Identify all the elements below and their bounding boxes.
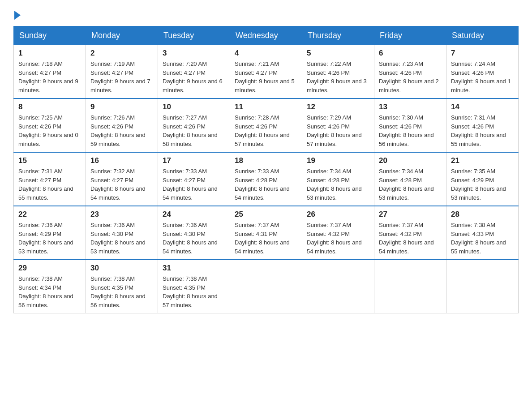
day-info: Sunrise: 7:36 AM Sunset: 4:30 PM Dayligh…	[163, 221, 225, 256]
day-info: Sunrise: 7:29 AM Sunset: 4:26 PM Dayligh…	[307, 113, 369, 148]
calendar-cell	[446, 260, 519, 313]
day-number: 6	[379, 49, 442, 58]
day-info: Sunrise: 7:37 AM Sunset: 4:32 PM Dayligh…	[379, 221, 442, 256]
calendar-cell: 13 Sunrise: 7:30 AM Sunset: 4:26 PM Dayl…	[374, 98, 446, 152]
calendar-cell: 21 Sunrise: 7:35 AM Sunset: 4:29 PM Dayl…	[446, 152, 519, 206]
day-info: Sunrise: 7:21 AM Sunset: 4:27 PM Dayligh…	[235, 60, 297, 94]
day-info: Sunrise: 7:31 AM Sunset: 4:27 PM Dayligh…	[18, 167, 81, 202]
calendar-cell: 6 Sunrise: 7:23 AM Sunset: 4:26 PM Dayli…	[374, 45, 446, 99]
calendar-cell: 9 Sunrise: 7:26 AM Sunset: 4:26 PM Dayli…	[86, 98, 158, 152]
day-number: 9	[90, 103, 153, 111]
day-number: 30	[90, 264, 153, 273]
day-number: 5	[307, 49, 369, 58]
calendar-cell	[374, 260, 446, 313]
column-header-friday: Friday	[374, 26, 446, 45]
day-number: 7	[451, 49, 514, 58]
day-info: Sunrise: 7:32 AM Sunset: 4:27 PM Dayligh…	[90, 167, 153, 202]
day-number: 26	[307, 210, 369, 219]
day-number: 31	[163, 264, 225, 273]
calendar-cell: 16 Sunrise: 7:32 AM Sunset: 4:27 PM Dayl…	[86, 152, 158, 206]
calendar-cell: 20 Sunrise: 7:34 AM Sunset: 4:28 PM Dayl…	[374, 152, 446, 206]
day-info: Sunrise: 7:27 AM Sunset: 4:26 PM Dayligh…	[163, 113, 225, 148]
day-number: 4	[235, 49, 297, 58]
day-info: Sunrise: 7:38 AM Sunset: 4:33 PM Dayligh…	[451, 221, 514, 256]
calendar-cell: 5 Sunrise: 7:22 AM Sunset: 4:26 PM Dayli…	[302, 45, 374, 99]
day-number: 19	[307, 156, 369, 165]
calendar-week-4: 22 Sunrise: 7:36 AM Sunset: 4:29 PM Dayl…	[14, 206, 519, 260]
day-number: 11	[235, 103, 297, 111]
day-info: Sunrise: 7:36 AM Sunset: 4:29 PM Dayligh…	[18, 221, 81, 256]
day-info: Sunrise: 7:20 AM Sunset: 4:27 PM Dayligh…	[163, 60, 225, 94]
day-number: 2	[90, 49, 153, 58]
calendar-cell: 3 Sunrise: 7:20 AM Sunset: 4:27 PM Dayli…	[158, 45, 230, 99]
calendar-cell: 22 Sunrise: 7:36 AM Sunset: 4:29 PM Dayl…	[14, 206, 86, 260]
calendar-cell: 12 Sunrise: 7:29 AM Sunset: 4:26 PM Dayl…	[302, 98, 374, 152]
day-number: 21	[451, 156, 514, 165]
calendar-cell	[302, 260, 374, 313]
column-header-sunday: Sunday	[14, 26, 86, 45]
day-info: Sunrise: 7:35 AM Sunset: 4:29 PM Dayligh…	[451, 167, 514, 202]
calendar-cell: 26 Sunrise: 7:37 AM Sunset: 4:32 PM Dayl…	[302, 206, 374, 260]
column-header-wednesday: Wednesday	[230, 26, 302, 45]
day-info: Sunrise: 7:38 AM Sunset: 4:35 PM Dayligh…	[163, 274, 225, 309]
day-info: Sunrise: 7:33 AM Sunset: 4:28 PM Dayligh…	[235, 167, 297, 202]
day-number: 8	[18, 103, 81, 111]
day-info: Sunrise: 7:37 AM Sunset: 4:31 PM Dayligh…	[235, 221, 297, 256]
day-info: Sunrise: 7:34 AM Sunset: 4:28 PM Dayligh…	[379, 167, 442, 202]
calendar-table: SundayMondayTuesdayWednesdayThursdayFrid…	[13, 26, 519, 313]
day-info: Sunrise: 7:19 AM Sunset: 4:27 PM Dayligh…	[90, 60, 153, 94]
day-number: 10	[163, 103, 225, 111]
day-info: Sunrise: 7:31 AM Sunset: 4:26 PM Dayligh…	[451, 113, 514, 148]
calendar-week-3: 15 Sunrise: 7:31 AM Sunset: 4:27 PM Dayl…	[14, 152, 519, 206]
column-header-saturday: Saturday	[446, 26, 519, 45]
calendar-header-row: SundayMondayTuesdayWednesdayThursdayFrid…	[14, 26, 519, 45]
calendar-cell: 28 Sunrise: 7:38 AM Sunset: 4:33 PM Dayl…	[446, 206, 519, 260]
day-info: Sunrise: 7:25 AMSunset: 4:26 PMDaylight:…	[18, 113, 81, 148]
day-info: Sunrise: 7:33 AM Sunset: 4:27 PM Dayligh…	[163, 167, 225, 202]
day-number: 18	[235, 156, 297, 165]
calendar-week-5: 29 Sunrise: 7:38 AM Sunset: 4:34 PM Dayl…	[14, 260, 519, 313]
day-info: Sunrise: 7:23 AM Sunset: 4:26 PM Dayligh…	[379, 60, 442, 94]
day-info: Sunrise: 7:37 AM Sunset: 4:32 PM Dayligh…	[307, 221, 369, 256]
day-number: 15	[18, 156, 81, 165]
day-number: 25	[235, 210, 297, 219]
day-number: 16	[90, 156, 153, 165]
calendar-cell: 24 Sunrise: 7:36 AM Sunset: 4:30 PM Dayl…	[158, 206, 230, 260]
calendar-cell: 25 Sunrise: 7:37 AM Sunset: 4:31 PM Dayl…	[230, 206, 302, 260]
calendar-cell: 10 Sunrise: 7:27 AM Sunset: 4:26 PM Dayl…	[158, 98, 230, 152]
day-number: 3	[163, 49, 225, 58]
day-number: 22	[18, 210, 81, 219]
day-number: 12	[307, 103, 369, 111]
column-header-monday: Monday	[86, 26, 158, 45]
day-info: Sunrise: 7:38 AM Sunset: 4:35 PM Dayligh…	[90, 274, 153, 309]
calendar-cell: 2 Sunrise: 7:19 AM Sunset: 4:27 PM Dayli…	[86, 45, 158, 99]
day-number: 29	[18, 264, 81, 273]
calendar-cell: 18 Sunrise: 7:33 AM Sunset: 4:28 PM Dayl…	[230, 152, 302, 206]
day-info: Sunrise: 7:22 AM Sunset: 4:26 PM Dayligh…	[307, 60, 369, 94]
calendar-cell: 23 Sunrise: 7:36 AM Sunset: 4:30 PM Dayl…	[86, 206, 158, 260]
day-info: Sunrise: 7:24 AM Sunset: 4:26 PM Dayligh…	[451, 60, 514, 94]
calendar-cell: 27 Sunrise: 7:37 AM Sunset: 4:32 PM Dayl…	[374, 206, 446, 260]
calendar-cell: 31 Sunrise: 7:38 AM Sunset: 4:35 PM Dayl…	[158, 260, 230, 313]
calendar-cell: 8 Sunrise: 7:25 AMSunset: 4:26 PMDayligh…	[14, 98, 86, 152]
calendar-cell: 15 Sunrise: 7:31 AM Sunset: 4:27 PM Dayl…	[14, 152, 86, 206]
day-info: Sunrise: 7:18 AM Sunset: 4:27 PM Dayligh…	[18, 60, 81, 94]
day-number: 13	[379, 103, 442, 111]
page-header	[13, 9, 519, 19]
day-number: 14	[451, 103, 514, 111]
day-info: Sunrise: 7:28 AM Sunset: 4:26 PM Dayligh…	[235, 113, 297, 148]
calendar-cell: 4 Sunrise: 7:21 AM Sunset: 4:27 PM Dayli…	[230, 45, 302, 99]
day-number: 28	[451, 210, 514, 219]
calendar-cell: 30 Sunrise: 7:38 AM Sunset: 4:35 PM Dayl…	[86, 260, 158, 313]
calendar-cell: 29 Sunrise: 7:38 AM Sunset: 4:34 PM Dayl…	[14, 260, 86, 313]
day-number: 27	[379, 210, 442, 219]
day-info: Sunrise: 7:36 AM Sunset: 4:30 PM Dayligh…	[90, 221, 153, 256]
calendar-cell: 11 Sunrise: 7:28 AM Sunset: 4:26 PM Dayl…	[230, 98, 302, 152]
day-number: 20	[379, 156, 442, 165]
day-number: 24	[163, 210, 225, 219]
day-info: Sunrise: 7:38 AM Sunset: 4:34 PM Dayligh…	[18, 274, 81, 309]
calendar-cell	[230, 260, 302, 313]
day-number: 17	[163, 156, 225, 165]
calendar-cell: 1 Sunrise: 7:18 AM Sunset: 4:27 PM Dayli…	[14, 45, 86, 99]
calendar-cell: 14 Sunrise: 7:31 AM Sunset: 4:26 PM Dayl…	[446, 98, 519, 152]
